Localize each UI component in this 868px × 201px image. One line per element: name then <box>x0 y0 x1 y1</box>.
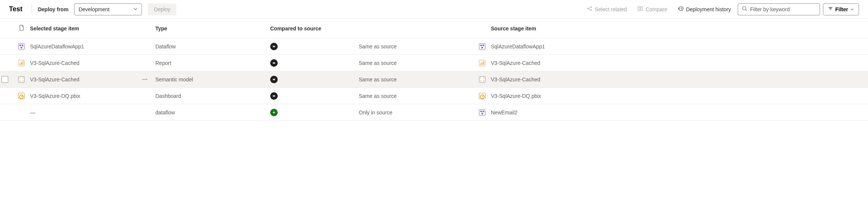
item-type: Dashboard <box>155 93 270 99</box>
svg-rect-7 <box>18 44 24 50</box>
svg-rect-10 <box>21 47 22 48</box>
svg-rect-3 <box>638 7 640 10</box>
item-name: SqlAzureDataflowApp1 <box>30 44 155 50</box>
compare-button[interactable]: Compare <box>633 3 671 15</box>
comparison-badge <box>270 59 359 67</box>
table-row[interactable]: —dataflowOnly in sourceNewEmail2 <box>0 104 868 121</box>
more-options-button[interactable]: ··· <box>142 76 152 82</box>
comparison-badge <box>270 76 359 83</box>
stage-dropdown[interactable]: Development <box>74 3 142 15</box>
history-icon <box>678 6 684 13</box>
svg-rect-39 <box>483 111 484 112</box>
dataflow-icon <box>18 43 25 50</box>
svg-rect-8 <box>20 45 21 46</box>
svg-rect-28 <box>479 76 485 82</box>
table-row[interactable]: V3-SqlAzure-CachedReportSame as sourceV3… <box>0 55 868 71</box>
comparison-badge <box>270 92 359 100</box>
report-icon <box>18 60 25 66</box>
source-icon-cell <box>474 76 491 83</box>
filter-button[interactable]: Filter <box>823 3 859 15</box>
svg-point-1 <box>590 7 591 8</box>
svg-rect-40 <box>481 113 483 114</box>
svg-point-26 <box>20 80 20 81</box>
semanticmodel-icon <box>18 76 25 83</box>
items-table: Selected stage item Type Compared to sou… <box>0 19 868 121</box>
svg-rect-13 <box>483 45 484 46</box>
source-item-name: V3-SqlAzure-DQ.pbix <box>491 93 868 99</box>
svg-point-24 <box>20 77 20 78</box>
deploy-button[interactable]: Deploy <box>148 3 176 15</box>
source-icon-cell <box>474 60 491 66</box>
item-icon-cell <box>13 43 30 50</box>
dataflow-icon <box>479 109 486 116</box>
deployment-history-button[interactable]: Deployment history <box>674 3 735 15</box>
select-related-button[interactable]: Select related <box>583 3 631 15</box>
svg-rect-17 <box>21 62 22 65</box>
svg-rect-23 <box>18 76 24 82</box>
col-compared[interactable]: Compared to source <box>270 26 359 32</box>
col-type[interactable]: Type <box>155 26 270 32</box>
search-icon <box>742 6 747 12</box>
source-item-name: SqlAzureDataflowApp1 <box>491 44 868 50</box>
comparison-status: Same as source <box>359 60 474 66</box>
svg-point-30 <box>483 77 484 78</box>
svg-point-6 <box>742 7 746 10</box>
svg-rect-14 <box>481 47 483 48</box>
source-item-name: NewEmail2 <box>491 110 868 116</box>
search-input[interactable] <box>750 6 816 12</box>
semanticmodel-icon <box>479 76 486 83</box>
svg-rect-9 <box>22 45 23 46</box>
comparison-status: Same as source <box>359 76 474 82</box>
svg-rect-16 <box>20 63 20 65</box>
table-row[interactable]: V3-SqlAzure-DQ.pbixDashboardSame as sour… <box>0 88 868 104</box>
compare-label: Compare <box>645 6 667 12</box>
filter-label: Filter <box>835 6 848 12</box>
page-title: Test <box>9 5 23 13</box>
item-type: dataflow <box>155 110 270 116</box>
file-icon <box>19 25 24 32</box>
stage-dropdown-value: Development <box>78 6 110 12</box>
svg-point-0 <box>587 8 588 9</box>
svg-rect-21 <box>482 62 483 65</box>
svg-point-32 <box>483 80 484 81</box>
source-item-name: V3-SqlAzure-Cached <box>491 60 868 66</box>
comparison-status: Same as source <box>359 93 474 99</box>
svg-rect-33 <box>18 93 24 99</box>
comparison-status: Same as source <box>359 44 474 50</box>
svg-rect-22 <box>483 61 484 65</box>
svg-rect-18 <box>23 61 23 65</box>
source-icon-cell <box>474 43 491 50</box>
source-icon-cell <box>474 93 491 99</box>
header-icon-col <box>13 25 30 32</box>
svg-point-25 <box>23 77 23 78</box>
deployment-history-label: Deployment history <box>686 6 731 12</box>
svg-point-29 <box>480 77 481 78</box>
row-checkbox[interactable] <box>2 76 8 83</box>
table-row[interactable]: V3-SqlAzure-Cached···Semantic modelSame … <box>0 71 868 88</box>
table-row[interactable]: SqlAzureDataflowApp1DataflowSame as sour… <box>0 38 868 55</box>
item-type: Semantic model <box>155 76 270 82</box>
svg-rect-4 <box>641 7 642 10</box>
source-icon-cell <box>474 109 491 116</box>
item-name: V3-SqlAzure-Cached··· <box>30 76 155 82</box>
item-type: Dataflow <box>155 44 270 50</box>
svg-rect-38 <box>480 111 482 112</box>
toolbar: Test Deploy from Development Deploy Sele… <box>0 0 868 19</box>
report-icon <box>479 60 486 66</box>
toolbar-left: Test Deploy from Development Deploy <box>9 3 176 15</box>
select-related-label: Select related <box>595 6 627 12</box>
chevron-down-icon <box>133 6 138 12</box>
col-source-item[interactable]: Source stage item <box>491 26 868 32</box>
item-icon-cell <box>13 93 30 99</box>
source-item-name: V3-SqlAzure-Cached <box>491 76 868 82</box>
comparison-badge <box>270 43 359 50</box>
col-selected-item[interactable]: Selected stage item <box>30 26 155 32</box>
chevron-down-icon <box>850 6 854 12</box>
toolbar-right: Select related Compare Deployment histor… <box>583 3 859 15</box>
svg-rect-37 <box>479 110 485 116</box>
dataflow-icon <box>479 43 486 50</box>
search-box[interactable] <box>738 3 820 15</box>
divider <box>32 5 32 14</box>
share-icon <box>587 6 593 13</box>
item-type: Report <box>155 60 270 66</box>
